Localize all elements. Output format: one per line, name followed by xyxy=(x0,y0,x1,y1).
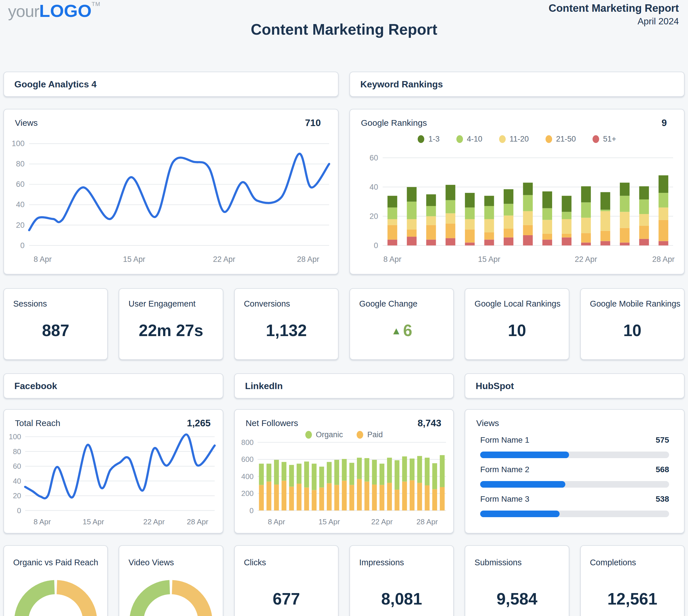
progress-bar-track xyxy=(480,481,669,488)
section-header-facebook: Facebook xyxy=(3,373,223,398)
company-logo: yourLOGOTM xyxy=(8,1,100,21)
section-title: Facebook xyxy=(14,381,57,391)
total-reach-line-chart: 0204060801008 Apr15 Apr22 Apr28 Apr xyxy=(4,410,223,533)
section-header-google-analytics: Google Analytics 4 xyxy=(3,72,339,97)
svg-text:8 Apr: 8 Apr xyxy=(34,255,51,264)
page-title: Content Marketing Report xyxy=(0,21,688,38)
svg-text:40: 40 xyxy=(369,183,378,191)
stat-label: Sessions xyxy=(13,299,47,309)
svg-text:80: 80 xyxy=(16,160,25,168)
svg-text:22 Apr: 22 Apr xyxy=(575,255,597,264)
stat-value: 9,584 xyxy=(465,589,568,608)
svg-text:28 Apr: 28 Apr xyxy=(187,518,209,526)
svg-text:60: 60 xyxy=(13,462,21,470)
svg-text:20: 20 xyxy=(16,221,25,229)
section-header-linkedin: LinkedIn xyxy=(234,373,454,398)
form-name: Form Name 3 xyxy=(480,494,529,504)
form-views-value: 575 xyxy=(655,436,669,445)
stat-card-sessions: Sessions 887 xyxy=(3,288,108,360)
svg-text:15 Apr: 15 Apr xyxy=(319,518,340,526)
svg-text:28 Apr: 28 Apr xyxy=(652,255,674,264)
stat-card-google-local-rankings: Google Local Rankings 10 xyxy=(465,288,569,360)
stat-label: User Engagement xyxy=(128,299,195,309)
stat-card-submissions: Submissions 9,584 xyxy=(465,545,569,616)
svg-text:22 Apr: 22 Apr xyxy=(143,518,165,526)
section-header-hubspot: HubSpot xyxy=(465,373,685,398)
svg-text:22 Apr: 22 Apr xyxy=(371,518,393,526)
views-line-chart-card: Views 710 0204060801008 Apr15 Apr22 Apr2… xyxy=(3,109,339,274)
svg-text:40: 40 xyxy=(13,477,21,485)
svg-text:0: 0 xyxy=(250,507,253,514)
stat-card-clicks: Clicks 677 xyxy=(234,545,339,616)
logo-main-text: LOGO xyxy=(39,1,92,21)
stat-label: Google Change xyxy=(359,299,417,309)
organic-vs-paid-donut-chart xyxy=(4,546,107,616)
stat-label: Impressions xyxy=(359,558,404,567)
stat-value: 8,081 xyxy=(350,589,453,608)
svg-text:15 Apr: 15 Apr xyxy=(478,255,500,264)
svg-text:400: 400 xyxy=(241,472,253,481)
form-name: Form Name 2 xyxy=(480,465,529,474)
stat-label: Google Local Rankings xyxy=(474,299,560,309)
stat-label: Conversions xyxy=(244,299,290,309)
report-title-small: Content Marketing Report xyxy=(549,2,679,15)
stat-value: 6 xyxy=(403,321,412,339)
svg-text:15 Apr: 15 Apr xyxy=(83,518,104,526)
form-views-value: 538 xyxy=(655,494,669,504)
form-views-value: 568 xyxy=(655,465,669,474)
video-views-donut-card: Video Views xyxy=(119,545,223,616)
progress-bar-fill xyxy=(480,481,565,488)
section-title: Keyword Rankings xyxy=(360,79,443,90)
stat-label: Google Mobile Rankings xyxy=(590,299,681,309)
svg-text:15 Apr: 15 Apr xyxy=(123,255,145,264)
logo-trademark: TM xyxy=(91,1,100,7)
svg-text:20: 20 xyxy=(13,492,21,500)
svg-text:600: 600 xyxy=(241,455,253,463)
stat-value: 10 xyxy=(465,321,568,340)
stat-value: 10 xyxy=(581,321,684,340)
hubspot-views-card: Views Form Name 1 575 Form Name 2 568 Fo… xyxy=(465,409,685,533)
section-title: Google Analytics 4 xyxy=(14,79,96,90)
stat-card-google-change: Google Change ▲6 xyxy=(349,288,454,360)
svg-text:0: 0 xyxy=(374,241,378,250)
stat-label: Submissions xyxy=(474,558,521,567)
svg-text:8 Apr: 8 Apr xyxy=(34,518,51,526)
progress-bar-track xyxy=(480,452,669,458)
stat-card-completions: Completions 12,561 xyxy=(580,545,685,616)
stat-value: 887 xyxy=(4,321,107,340)
content-marketing-report-page: yourLOGOTM Content Marketing Report Apri… xyxy=(0,0,688,616)
section-title: LinkedIn xyxy=(245,381,283,391)
stat-card-impressions: Impressions 8,081 xyxy=(349,545,454,616)
svg-text:0: 0 xyxy=(20,241,25,250)
svg-text:0: 0 xyxy=(17,507,21,514)
section-header-keyword-rankings: Keyword Rankings xyxy=(349,72,685,97)
svg-text:200: 200 xyxy=(241,489,253,498)
progress-bar-fill xyxy=(480,510,560,517)
net-followers-chart-card: Net Followers 8,743 OrganicPaid 02004006… xyxy=(234,409,454,533)
form-name: Form Name 1 xyxy=(480,436,529,445)
svg-text:28 Apr: 28 Apr xyxy=(297,255,319,264)
svg-text:80: 80 xyxy=(13,447,21,456)
stat-value: 22m 27s xyxy=(119,321,222,340)
stat-value: 1,132 xyxy=(235,321,338,340)
svg-text:100: 100 xyxy=(9,433,21,441)
svg-text:8 Apr: 8 Apr xyxy=(383,255,401,264)
stat-value: 12,561 xyxy=(581,589,684,608)
google-rankings-chart-card: Google Rankings 9 1-34-1011-2021-5051+ 0… xyxy=(349,109,685,274)
svg-text:40: 40 xyxy=(16,200,25,209)
svg-text:100: 100 xyxy=(12,139,25,148)
organic-vs-paid-reach-donut-card: Organic vs Paid Reach xyxy=(3,545,108,616)
trend-up-icon: ▲ xyxy=(391,325,401,337)
progress-bar-fill xyxy=(480,452,569,458)
svg-text:28 Apr: 28 Apr xyxy=(416,518,438,526)
progress-bar-track xyxy=(480,510,669,517)
stat-card-google-mobile-rankings: Google Mobile Rankings 10 xyxy=(580,288,685,360)
svg-text:8 Apr: 8 Apr xyxy=(268,518,285,526)
chart-title: Views xyxy=(476,418,499,428)
svg-text:22 Apr: 22 Apr xyxy=(213,255,235,264)
net-followers-stacked-bar-chart: 02004006008008 Apr15 Apr22 Apr28 Apr xyxy=(235,410,453,533)
svg-text:60: 60 xyxy=(16,180,25,189)
logo-your-text: your xyxy=(8,2,39,20)
video-views-donut-chart xyxy=(119,546,222,616)
svg-text:60: 60 xyxy=(369,154,378,162)
